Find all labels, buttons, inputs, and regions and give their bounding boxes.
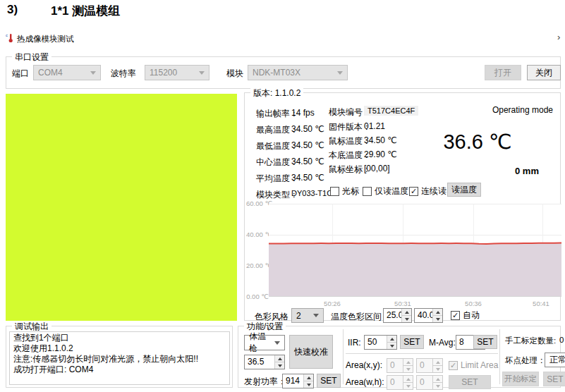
module-select-value: NDK-MT03X: [253, 68, 300, 78]
arrow-down-icon[interactable]: [278, 365, 282, 367]
iir-set-button[interactable]: SET: [400, 335, 424, 349]
range-min-stepper[interactable]: 25.0: [383, 308, 412, 323]
debug-line: 查找到1个端口: [13, 333, 226, 343]
arrow-down-icon[interactable]: [436, 318, 440, 321]
continuous-read-checkbox-label: 连续读: [421, 185, 446, 197]
bad-pixel-select[interactable]: 正常: [545, 353, 565, 367]
temp-range-label: 温度色彩区间：: [331, 311, 390, 323]
spinner-arrows[interactable]: [432, 309, 442, 322]
window-close-icon[interactable]: ›: [557, 32, 560, 42]
arrow-up-icon[interactable]: [278, 357, 282, 360]
area-y-stepper[interactable]: 0: [416, 358, 443, 373]
area-x-stepper[interactable]: 0: [387, 358, 413, 373]
divider: [499, 329, 500, 384]
spinner-arrows[interactable]: [303, 374, 313, 388]
baud-select[interactable]: 115200: [145, 65, 209, 80]
iir-stepper[interactable]: 50: [364, 335, 397, 350]
area-w-value: 0: [387, 376, 403, 389]
version-group: 版本: 1.1.0.2 输出帧率： 14 fps 最高温度： 34.50 ℃ 最…: [244, 92, 561, 321]
check-icon: ✓: [409, 187, 418, 196]
thermal-image[interactable]: [6, 94, 237, 321]
area-wh-label: Area(w,h):: [346, 377, 384, 387]
distance-readout: 0 mm: [506, 166, 548, 176]
fps-value: 14 fps: [291, 108, 315, 118]
chevron-down-icon: [90, 71, 96, 75]
arrow-down-icon: [406, 368, 411, 371]
close-port-button[interactable]: 关闭: [527, 65, 561, 80]
check-icon: ✓: [451, 311, 460, 320]
serial-group-label: 串口设置: [12, 51, 51, 63]
body-temp-value: 36.5: [245, 355, 274, 369]
limit-area-checkbox-label: Limit Area: [461, 360, 498, 370]
spinner-arrows: [432, 376, 442, 389]
port-select-value: COM4: [38, 68, 63, 78]
debug-output-group: 调试输出 查找到1个端口 欢迎使用1.1.0.2 注意:传感器切勿长时间对准光源…: [6, 326, 233, 388]
y-tick-40: 40.00 ℃: [246, 231, 269, 238]
area-h-stepper[interactable]: 0: [416, 375, 443, 390]
calibration-set-button[interactable]: SET: [543, 372, 565, 386]
mode-select[interactable]: 体温枪: [244, 335, 285, 350]
read-only-checkbox[interactable]: 仅读温度: [363, 185, 408, 197]
area-y-value: 0: [417, 359, 432, 372]
color-style-value: 2: [296, 311, 301, 321]
debug-line: 欢迎使用1.1.0.2: [13, 343, 226, 354]
divider: [346, 353, 498, 354]
range-max-value: 40.0: [415, 309, 432, 322]
continuous-read-checkbox[interactable]: ✓ 连续读: [409, 185, 446, 197]
arrow-down-icon[interactable]: [390, 345, 394, 348]
area-xy-label: Area(x,y):: [346, 360, 382, 370]
check-icon: ✓: [449, 361, 458, 370]
mavg-set-button[interactable]: SET: [473, 335, 497, 349]
arrow-up-icon: [436, 378, 440, 381]
base-temp-value: 29.90 ℃: [364, 149, 397, 159]
temp-chart-svg: [269, 204, 561, 297]
min-temp-value: 34.50 ℃: [291, 140, 324, 150]
port-label: 端口: [12, 68, 29, 80]
x-tick-1: 50:26: [318, 300, 346, 307]
operating-mode-label: Operating mode: [492, 105, 553, 115]
bad-pixel-select-value: 正常: [549, 354, 565, 366]
limit-area-checkbox[interactable]: ✓ Limit Area: [449, 360, 498, 370]
manual-calib-count-value: 0 | 0: [559, 336, 565, 344]
iir-label: IIR:: [348, 338, 361, 348]
area-w-stepper[interactable]: 0: [387, 375, 413, 390]
start-calibration-button[interactable]: 开始标定: [502, 372, 539, 386]
auto-range-checkbox[interactable]: ✓ 自动: [451, 310, 480, 321]
arrow-down-icon[interactable]: [405, 318, 409, 321]
tx-power-label: 发射功率：: [244, 376, 286, 388]
arrow-up-icon[interactable]: [390, 338, 394, 341]
tx-power-stepper[interactable]: 914: [282, 374, 314, 388]
tx-power-value: 914: [283, 374, 303, 388]
baud-select-value: 115200: [150, 68, 177, 78]
max-temp-value: 34.50 ℃: [291, 124, 324, 134]
read-temperature-button[interactable]: 读温度: [447, 183, 481, 197]
mavg-label: M-Avg:: [429, 338, 456, 348]
x-tick-3: 50:36: [459, 300, 487, 307]
quick-calibrate-button[interactable]: 快速校准: [289, 335, 333, 369]
tx-power-set-button[interactable]: SET: [317, 374, 341, 388]
module-select[interactable]: NDK-MT03X: [248, 65, 348, 80]
spinner-arrows[interactable]: [274, 355, 284, 369]
svg-text:c: c: [6, 33, 8, 37]
body-temp-stepper[interactable]: 36.5: [244, 355, 285, 369]
thermometer-icon: c: [6, 32, 14, 43]
debug-output-textarea[interactable]: 查找到1个端口 欢迎使用1.1.0.2 注意:传感器切勿长时间对准光源，禁止朝向…: [9, 331, 230, 385]
color-style-select[interactable]: 2: [291, 308, 324, 323]
module-id-value: T517C4EC4F: [364, 106, 418, 116]
arrow-up-icon[interactable]: [405, 311, 409, 314]
open-port-button[interactable]: 打开: [485, 65, 521, 80]
arrow-up-icon[interactable]: [436, 311, 440, 314]
arrow-down-icon: [436, 385, 440, 388]
port-select[interactable]: COM4: [33, 65, 101, 80]
read-only-checkbox-label: 仅读温度: [375, 185, 408, 197]
area-set-button[interactable]: SET: [449, 375, 491, 389]
range-max-stepper[interactable]: 40.0: [414, 308, 443, 323]
range-min-value: 25.0: [384, 309, 401, 322]
debug-line: 成功打开端口: COM4: [13, 365, 226, 375]
arrow-up-icon[interactable]: [307, 376, 311, 379]
arrow-down-icon[interactable]: [307, 384, 311, 386]
spinner-arrows[interactable]: [401, 309, 411, 322]
chevron-down-icon: [274, 341, 280, 345]
spinner-arrows[interactable]: [387, 336, 396, 349]
cursor-checkbox[interactable]: 光标: [330, 185, 359, 197]
